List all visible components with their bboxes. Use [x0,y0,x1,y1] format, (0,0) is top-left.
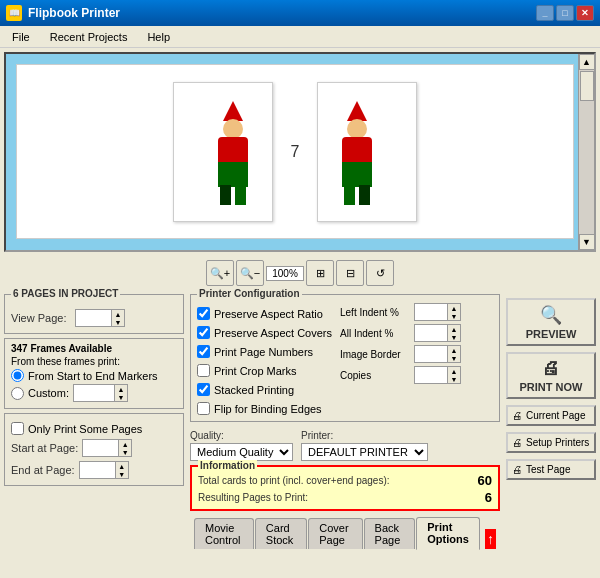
all-indent-down[interactable]: ▼ [448,333,460,341]
copies-down[interactable]: ▼ [448,375,460,383]
quality-label: Quality: [190,430,293,441]
right-panel: 🔍 PREVIEW 🖨 PRINT NOW 🖨 Current Page 🖨 S… [506,294,596,574]
scroll-thumb[interactable] [580,71,594,101]
end-at-label: End at Page: [11,464,75,476]
pages-count: 6 PAGES IN PROJECT [11,288,120,299]
current-page-button[interactable]: 🖨 Current Page [506,405,596,426]
setup-printers-button[interactable]: 🖨 Setup Printers [506,432,596,453]
image-border-input[interactable]: 1.00 [415,347,447,361]
checkbox-crop-marks: Print Crop Marks [197,364,332,377]
scroll-down-btn[interactable]: ▼ [579,234,595,250]
image-border-up[interactable]: ▲ [448,346,460,354]
all-indent-spinner[interactable]: 10.00 ▲ ▼ [414,324,461,342]
app-icon: 📖 [6,5,22,21]
end-at-up[interactable]: ▲ [116,462,128,470]
fit-page-button[interactable]: ⊞ [306,260,334,286]
frames-available: 347 Frames Available [11,343,177,354]
all-indent-label: All Indent % [340,328,410,339]
copies-up[interactable]: ▲ [448,367,460,375]
end-at-spinner[interactable]: 0 ▲ ▼ [79,461,129,479]
start-at-up[interactable]: ▲ [119,440,131,448]
print-icon: 🖨 [542,358,560,379]
printer-small-icon: 🖨 [512,410,522,421]
left-indent-spinner[interactable]: 20.00 ▲ ▼ [414,303,461,321]
custom-input[interactable]: 40.00 [74,386,114,400]
view-page-spinner[interactable]: 1 ▲ ▼ [75,309,125,327]
start-at-spinner[interactable]: 1 ▲ ▼ [82,439,132,457]
tabs-row: Movie Control Card Stock Cover Page Back… [190,517,500,549]
zoom-level: 100% [266,266,304,281]
information-label: Information [198,460,257,471]
actual-size-button[interactable]: ⊟ [336,260,364,286]
maximize-button[interactable]: □ [556,5,574,21]
all-indent-input[interactable]: 10.00 [415,326,447,340]
preview-area: 7 ▲ ▼ [4,52,596,252]
radio-start-end[interactable] [11,369,24,382]
zoom-in-button[interactable]: 🔍+ [206,260,234,286]
checkbox-preserve-covers: Preserve Aspect Covers [197,326,332,339]
custom-up[interactable]: ▲ [115,385,127,393]
title-bar: 📖 Flipbook Printer _ □ ✕ [0,0,600,26]
info-box-wrapper: Information Total cards to print (incl. … [190,465,500,511]
image-border-spinner[interactable]: 1.00 ▲ ▼ [414,345,461,363]
view-page-input[interactable]: 1 [76,311,111,325]
checkbox-preserve-aspect: Preserve Aspect Ratio [197,307,332,320]
tab-card-stock[interactable]: Card Stock [255,518,307,549]
left-indent-up[interactable]: ▲ [448,304,460,312]
test-icon: 🖨 [512,464,522,475]
preview-button[interactable]: 🔍 PREVIEW [506,298,596,346]
view-page-down[interactable]: ▼ [112,318,124,326]
copies-label: Copies [340,370,410,381]
copies-spinner[interactable]: 1.00 ▲ ▼ [414,366,461,384]
total-cards-row: Total cards to print (incl. cover+end pa… [198,473,492,488]
copies-input[interactable]: 1.00 [415,368,447,382]
tab-cover-page[interactable]: Cover Page [308,518,362,549]
resulting-pages-row: Resulting Pages to Print: 6 [198,490,492,505]
printer-select[interactable]: DEFAULT PRINTER [301,443,428,461]
quality-printer-row: Quality: Low QualityMedium QualityHigh Q… [190,430,500,461]
view-page-label: View Page: [11,312,71,324]
information-box: Information Total cards to print (incl. … [190,465,500,511]
view-page-up[interactable]: ▲ [112,310,124,318]
zoom-out-button[interactable]: 🔍− [236,260,264,286]
tab-back-page[interactable]: Back Page [364,518,416,549]
minimize-button[interactable]: _ [536,5,554,21]
preview-page-right [317,82,417,222]
all-indent-up[interactable]: ▲ [448,325,460,333]
only-print-some-checkbox[interactable] [11,422,24,435]
setup-icon: 🖨 [512,437,522,448]
resulting-pages-label: Resulting Pages to Print: [198,492,308,503]
menu-recent-projects[interactable]: Recent Projects [42,29,136,45]
image-border-down[interactable]: ▼ [448,354,460,362]
printer-label: Printer: [301,430,428,441]
test-page-button[interactable]: 🖨 Test Page [506,459,596,480]
tab-print-options[interactable]: Print Options [416,517,480,550]
custom-down[interactable]: ▼ [115,393,127,401]
checkbox-page-numbers: Print Page Numbers [197,345,332,358]
end-at-down[interactable]: ▼ [116,470,128,478]
indent-settings: Left Indent % 20.00 ▲ ▼ All Indent % [340,303,461,415]
preview-scrollbar[interactable]: ▲ ▼ [578,54,594,250]
only-print-label: Only Print Some Pages [28,423,142,435]
close-button[interactable]: ✕ [576,5,594,21]
quality-select[interactable]: Low QualityMedium QualityHigh Quality [190,443,293,461]
total-cards-value: 60 [478,473,492,488]
printer-checkboxes: Preserve Aspect Ratio Preserve Aspect Co… [197,303,332,415]
menu-file[interactable]: File [4,29,38,45]
custom-spinner[interactable]: 40.00 ▲ ▼ [73,384,128,402]
left-indent-input[interactable]: 20.00 [415,305,447,319]
radio-custom[interactable] [11,387,24,400]
scroll-up-btn[interactable]: ▲ [579,54,595,70]
preview-page-left [173,82,273,222]
menu-bar: File Recent Projects Help [0,26,600,48]
end-at-input[interactable]: 0 [80,463,115,477]
radio-start-end-label: From Start to End Markers [28,370,158,382]
tab-movie-control[interactable]: Movie Control [194,518,254,549]
start-at-down[interactable]: ▼ [119,448,131,456]
left-indent-down[interactable]: ▼ [448,312,460,320]
app-title: Flipbook Printer [28,6,536,20]
start-at-input[interactable]: 1 [83,441,118,455]
print-now-button[interactable]: 🖨 PRINT NOW [506,352,596,399]
menu-help[interactable]: Help [139,29,178,45]
refresh-button[interactable]: ↺ [366,260,394,286]
